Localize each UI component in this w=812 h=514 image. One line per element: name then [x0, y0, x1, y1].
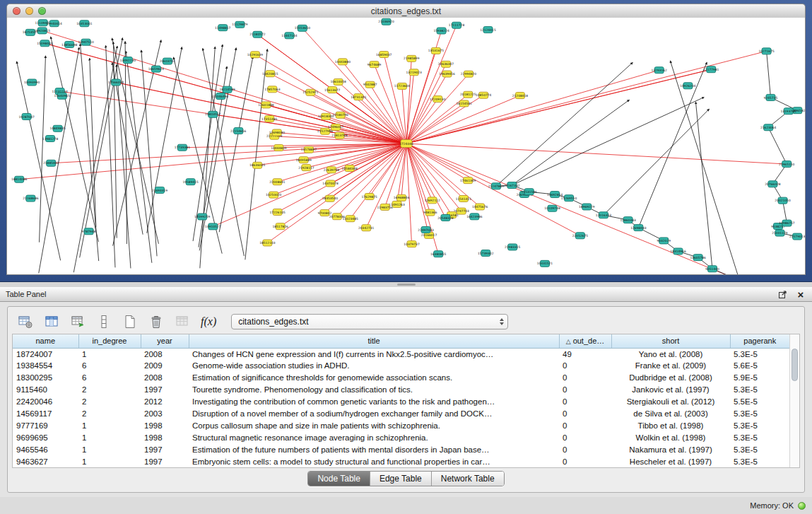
table-scrollbar-thumb[interactable]	[792, 349, 798, 381]
table-selector[interactable]: citations_edges.txt	[231, 314, 508, 329]
tab-network-table[interactable]: Network Table	[432, 472, 504, 486]
traffic-lights	[13, 7, 46, 15]
table-selector-value: citations_edges.txt	[238, 317, 308, 327]
node-label: 12177981	[703, 68, 719, 71]
node-label: 17209130	[430, 98, 446, 101]
tab-node-table[interactable]: Node Table	[308, 472, 370, 486]
node-label: 10850774	[476, 93, 492, 97]
node-label: 10093990	[24, 81, 40, 84]
node-label: 15252971	[302, 90, 319, 94]
table-panel-title: Table Panel	[6, 290, 47, 298]
cell-in_degree: 6	[78, 360, 141, 372]
node-label: 12601888	[258, 103, 274, 107]
window-title: citations_edges.txt	[371, 6, 441, 16]
node-label: 21928117	[298, 166, 314, 170]
node-label: 14926204	[680, 84, 696, 88]
table-row[interactable]: 969969511998Structural magnetic resonanc…	[13, 431, 789, 443]
table-row[interactable]: 2242004622012Investigating the contribut…	[13, 396, 789, 408]
cell-out_degree: 0	[559, 443, 611, 455]
node-label: 10918340	[318, 115, 334, 118]
table-scrollbar[interactable]	[789, 334, 799, 467]
node-label: 20166017	[421, 233, 437, 237]
cell-year: 1997	[141, 384, 189, 396]
node-label: 10109738	[544, 206, 560, 210]
node-label: 14584348	[342, 167, 358, 170]
cell-short: Dudbridge et al. (2008)	[611, 372, 730, 384]
cell-name: 19384554	[13, 360, 78, 372]
new-document-button[interactable]	[121, 313, 139, 331]
node-label: 17111728	[449, 23, 465, 27]
table-panel-body: f(x) citations_edges.txt namein_degreeye…	[0, 302, 812, 497]
node-label: 15938224	[433, 29, 449, 33]
node-label: 18517826	[272, 225, 288, 228]
node-label: 14849835	[49, 127, 66, 130]
delete-table-button[interactable]	[147, 313, 165, 331]
table-row[interactable]: 1872400712008Changes of HCN gene express…	[13, 348, 789, 360]
node-label: 13492230	[120, 59, 136, 62]
column-header-name[interactable]: name	[13, 334, 78, 348]
node-label: 13578897	[301, 148, 317, 151]
cell-short: Tibbo et al. (1998)	[611, 419, 730, 431]
row-options-button[interactable]	[95, 313, 113, 331]
node-label: 11723604	[394, 84, 411, 88]
cell-name: 14569117	[13, 407, 78, 419]
table-row[interactable]: 911546021997Tourette syndrome. Phenomeno…	[13, 384, 789, 396]
minimize-traffic-light-icon[interactable]	[25, 7, 33, 15]
tab-edge-table[interactable]: Edge Table	[370, 472, 432, 486]
cell-in_degree: 1	[78, 455, 141, 467]
sort-ascending-icon: △	[566, 338, 571, 345]
column-label: short	[662, 337, 679, 345]
node-label: 18512103	[259, 241, 276, 245]
column-header-short[interactable]: short	[611, 334, 730, 348]
column-header-in_degree[interactable]: in_degree	[78, 334, 141, 348]
node-label: 9502887	[363, 83, 377, 86]
close-traffic-light-icon[interactable]	[13, 7, 20, 15]
node-label: 21036920	[378, 20, 394, 23]
node-label: 22497033	[418, 228, 434, 232]
network-view-window: citations_edges.txt 17461349144756761154…	[0, 0, 812, 282]
table-row[interactable]: 946554611997Estimation of the future num…	[13, 443, 789, 455]
float-panel-icon[interactable]	[777, 288, 788, 300]
node-label: 17461349	[460, 179, 476, 182]
function-builder-button[interactable]: f(x)	[199, 313, 218, 331]
column-header-title[interactable]: title	[189, 334, 559, 348]
cell-short: de Silva et al. (2003)	[611, 407, 730, 419]
cell-in_degree: 2	[78, 384, 141, 396]
column-label: pagerank	[743, 337, 776, 345]
close-panel-icon[interactable]: ×	[795, 288, 806, 300]
import-table-button[interactable]	[69, 313, 87, 331]
zoom-traffic-light-icon[interactable]	[38, 7, 46, 15]
cell-year: 2008	[141, 372, 189, 384]
cell-year: 2009	[141, 360, 189, 372]
cell-in_degree: 1	[78, 419, 141, 431]
table-row[interactable]: 946362711997Embryonic stem cells: a mode…	[13, 455, 789, 467]
column-header-out_degree[interactable]: △out_de…	[559, 334, 611, 348]
column-header-pagerank[interactable]: pagerank	[730, 334, 789, 348]
cell-pagerank: 5.3E-5	[730, 384, 789, 396]
network-window-titlebar[interactable]: citations_edges.txt	[6, 4, 806, 18]
table-row[interactable]: 1456911722003Disruption of a novel membe…	[13, 407, 789, 419]
show-columns-button[interactable]	[42, 313, 61, 331]
table-row[interactable]: 977716911998Corpus callosum shape and si…	[13, 419, 789, 431]
merge-table-button[interactable]	[173, 313, 192, 331]
node-label: 15269550	[561, 197, 577, 200]
table-row[interactable]: 1830029562008Estimation of significance …	[13, 372, 789, 384]
table-mode-button[interactable]	[16, 313, 35, 331]
node-label: 13193765	[780, 110, 796, 113]
node-label: 14370078	[322, 182, 339, 185]
network-graph[interactable]: 1746134914475676115414112074770392165811…	[7, 18, 805, 274]
node-label: 13856698	[61, 43, 78, 47]
cell-short: Yano et al. (2008)	[611, 348, 730, 360]
panel-resize-handle[interactable]	[397, 284, 416, 286]
cell-in_degree: 1	[78, 348, 141, 360]
table-row[interactable]: 1938455462009Genome-wide association stu…	[13, 360, 789, 372]
column-header-year[interactable]: year	[141, 334, 189, 348]
node-label: 16659624	[148, 67, 165, 71]
cell-title: Changes of HCN gene expression and I(f) …	[189, 348, 559, 360]
node-label: 20636347	[438, 62, 454, 66]
network-canvas[interactable]: 1746134914475676115414112074770392165811…	[6, 18, 806, 275]
node-label: 11527996	[317, 129, 334, 133]
cell-in_degree: 2	[78, 407, 141, 419]
table-panel-inner: f(x) citations_edges.txt namein_degreeye…	[7, 306, 805, 493]
cell-pagerank: 5.5E-5	[730, 396, 789, 408]
